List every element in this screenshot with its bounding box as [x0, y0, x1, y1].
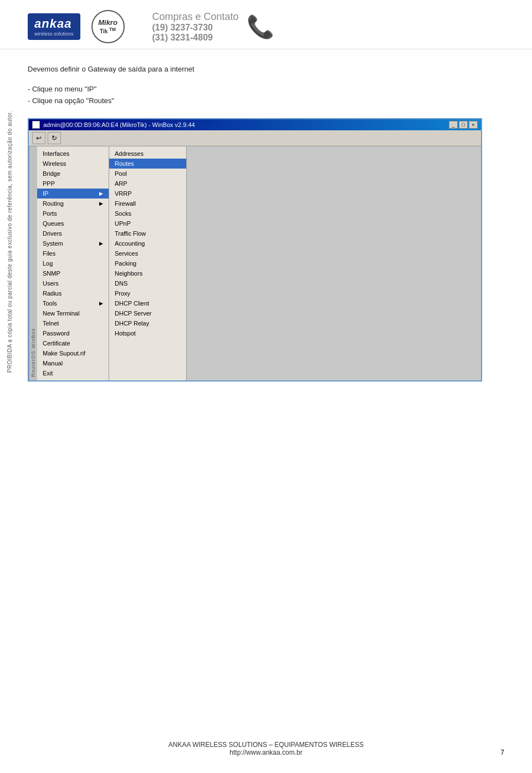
contact-phone2: (31) 3231-4809: [152, 33, 239, 43]
submenu-item-dhcp-server[interactable]: DHCP Server: [109, 308, 186, 318]
menu-item-ip[interactable]: IP▶: [37, 189, 109, 199]
menu-item-interfaces[interactable]: Interfaces: [37, 149, 109, 159]
submenu-item-pool[interactable]: Pool: [109, 169, 186, 179]
winbox-titlebar: admin@00:0D:B9:06:A0:E4 (MikroTik) - Win…: [29, 119, 481, 130]
instructions: Devemos definir o Gateway de saída para …: [0, 49, 532, 118]
winbox-wrapper: admin@00:0D:B9:06:A0:E4 (MikroTik) - Win…: [0, 118, 532, 382]
header: ankaa wireless solutions Mikro Tik TM Co…: [0, 0, 532, 49]
ankaa-logo-sub: wireless solutions: [34, 31, 74, 37]
winbox-icon: [32, 121, 40, 129]
menu-item-system[interactable]: System▶: [37, 238, 109, 248]
submenu-item-addresses[interactable]: Addresses: [109, 149, 186, 159]
menu-item-drivers[interactable]: Drivers: [37, 228, 109, 238]
maximize-button[interactable]: □: [459, 121, 468, 129]
routeros-label: RouterOS WinBox: [29, 146, 37, 380]
mikrotik-logo: Mikro Tik TM: [91, 10, 125, 43]
menu-item-queues[interactable]: Queues: [37, 218, 109, 228]
submenu-item-proxy[interactable]: Proxy: [109, 288, 186, 298]
submenu-item-packing[interactable]: Packing: [109, 258, 186, 268]
menu-item-ports[interactable]: Ports: [37, 208, 109, 218]
minimize-button[interactable]: _: [449, 121, 458, 129]
menu-item-make-supout.rif[interactable]: Make Supout.rif: [37, 348, 109, 358]
mikrotik-text: Mikro: [98, 18, 117, 27]
footer-url: http://www.ankaa.com.br: [0, 749, 532, 756]
submenu-item-dns[interactable]: DNS: [109, 278, 186, 288]
left-menu: InterfacesWirelessBridgePPPIP▶Routing▶Po…: [37, 146, 109, 380]
footer-text: ANKAA WIRELESS SOLUTIONS – EQUIPAMENTOS …: [0, 741, 532, 749]
ip-submenu: AddressesRoutesPoolARPVRRPFirewallSocksU…: [109, 146, 187, 380]
menu-item-files[interactable]: Files: [37, 248, 109, 258]
submenu-item-dhcp-relay[interactable]: DHCP Relay: [109, 318, 186, 328]
winbox-controls[interactable]: _ □ ×: [449, 121, 478, 129]
ankaa-logo: ankaa wireless solutions: [28, 13, 80, 40]
ankaa-logo-text: ankaa: [34, 17, 71, 30]
menu-item-ppp[interactable]: PPP: [37, 179, 109, 189]
winbox-title-left: admin@00:0D:B9:06:A0:E4 (MikroTik) - Win…: [32, 121, 195, 129]
submenu-item-vrrp[interactable]: VRRP: [109, 189, 186, 199]
content-area: [187, 146, 481, 380]
mikrotik-tik: Tik TM: [100, 27, 116, 34]
winbox-window: admin@00:0D:B9:06:A0:E4 (MikroTik) - Win…: [28, 118, 482, 382]
menu-item-exit[interactable]: Exit: [37, 368, 109, 378]
watermark: PROIBIDA a cópia total ou parcial deste …: [7, 111, 13, 373]
contact-text: Compras e Contato (19) 3237-3730 (31) 32…: [152, 11, 239, 43]
submenu-item-accounting[interactable]: Accounting: [109, 238, 186, 248]
back-button[interactable]: ↩: [32, 132, 45, 144]
submenu-item-upnp[interactable]: UPnP: [109, 218, 186, 228]
submenu-item-hotspot[interactable]: Hotspot: [109, 328, 186, 338]
submenu-item-socks[interactable]: Socks: [109, 208, 186, 218]
menu-item-snmp[interactable]: SNMP: [37, 268, 109, 278]
close-button[interactable]: ×: [469, 121, 478, 129]
menu-item-password[interactable]: Password: [37, 328, 109, 338]
winbox-toolbar: ↩ ↻: [29, 130, 481, 146]
page-footer: ANKAA WIRELESS SOLUTIONS – EQUIPAMENTOS …: [0, 741, 532, 756]
menu-item-new-terminal[interactable]: New Terminal: [37, 308, 109, 318]
menu-item-users[interactable]: Users: [37, 278, 109, 288]
submenu-item-firewall[interactable]: Firewall: [109, 199, 186, 208]
menu-item-routing[interactable]: Routing▶: [37, 199, 109, 208]
contact-section: Compras e Contato (19) 3237-3730 (31) 32…: [152, 11, 274, 43]
submenu-item-traffic-flow[interactable]: Traffic Flow: [109, 228, 186, 238]
menu-item-wireless[interactable]: Wireless: [37, 159, 109, 169]
menu-item-manual[interactable]: Manual: [37, 358, 109, 368]
instruction-line1: Devemos definir o Gateway de saída para …: [28, 65, 504, 73]
forward-button[interactable]: ↻: [48, 132, 61, 144]
menu-item-radius[interactable]: Radius: [37, 288, 109, 298]
menu-item-certificate[interactable]: Certificate: [37, 338, 109, 348]
contact-title: Compras e Contato: [152, 11, 239, 23]
menu-item-log[interactable]: Log: [37, 258, 109, 268]
submenu-item-arp[interactable]: ARP: [109, 179, 186, 189]
menu-item-bridge[interactable]: Bridge: [37, 169, 109, 179]
winbox-body: RouterOS WinBox InterfacesWirelessBridge…: [29, 146, 481, 380]
menu-item-telnet[interactable]: Telnet: [37, 318, 109, 328]
instruction-line2: - Clique no menu "IP": [28, 85, 504, 93]
menu-item-tools[interactable]: Tools▶: [37, 298, 109, 308]
submenu-item-services[interactable]: Services: [109, 248, 186, 258]
contact-phone1: (19) 3237-3730: [152, 23, 239, 33]
submenu-item-dhcp-client[interactable]: DHCP Client: [109, 298, 186, 308]
instruction-line3: - Clique na opção "Routes": [28, 96, 504, 105]
page-number: 7: [500, 749, 504, 756]
phone-icon: 📞: [247, 14, 274, 40]
submenu-item-routes[interactable]: Routes: [109, 159, 186, 169]
winbox-title: admin@00:0D:B9:06:A0:E4 (MikroTik) - Win…: [43, 121, 195, 128]
submenu-item-neighbors[interactable]: Neighbors: [109, 268, 186, 278]
